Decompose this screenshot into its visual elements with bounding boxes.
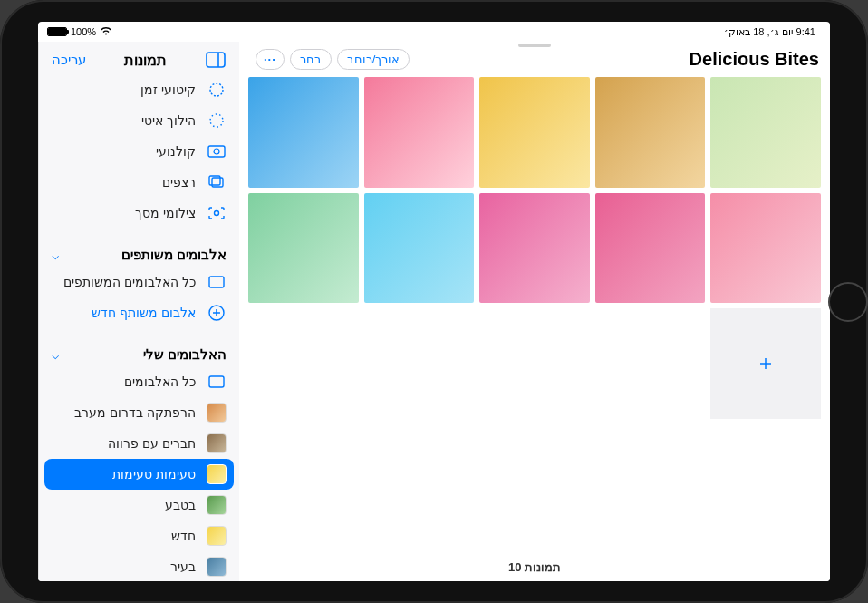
select-button[interactable]: בחר bbox=[290, 49, 332, 70]
sidebar-toggle-button[interactable] bbox=[205, 51, 227, 69]
album-title: Delicious Bites bbox=[690, 49, 819, 70]
chevron-down-icon: ⌵ bbox=[52, 248, 59, 262]
sidebar-item-label: צילומי מסך bbox=[135, 206, 196, 220]
svg-point-8 bbox=[215, 211, 219, 216]
ipad-frame: 100% יום ג׳, 18 באוק׳ 9:41 ··· בחר bbox=[0, 0, 868, 603]
chevron-down-icon: ⌵ bbox=[52, 347, 59, 362]
svg-point-3 bbox=[210, 114, 223, 127]
burst-icon bbox=[207, 172, 227, 192]
sidebar-item-label: אלבום משותף חדש bbox=[92, 306, 196, 320]
sidebar-item-all-albums[interactable]: כל האלבומים bbox=[39, 366, 239, 397]
photo-thumbnail[interactable] bbox=[595, 193, 706, 304]
photo-thumbnail[interactable] bbox=[364, 193, 475, 304]
sidebar-item-label: הרפתקה בדרום מערב bbox=[74, 405, 196, 420]
sidebar-item-label: בטבע bbox=[165, 498, 196, 512]
photo-thumbnail[interactable] bbox=[479, 77, 590, 188]
wifi-icon bbox=[100, 25, 112, 38]
sidebar-edit-button[interactable]: עריכה bbox=[52, 52, 86, 68]
sidebar-item-new-shared[interactable]: אלבום משותף חדש bbox=[39, 297, 239, 328]
svg-rect-11 bbox=[209, 376, 224, 387]
drag-handle-icon[interactable] bbox=[518, 44, 551, 47]
sidebar-item-album[interactable]: בעיר bbox=[39, 551, 239, 581]
sidebar-item-album[interactable]: חדש bbox=[39, 520, 239, 551]
sidebar-media-types: קיטועי זמן הילוך איטי קולנועי רצפים bbox=[39, 74, 239, 238]
timelapse-icon bbox=[207, 80, 227, 100]
svg-point-2 bbox=[210, 83, 223, 96]
screen: 100% יום ג׳, 18 באוק׳ 9:41 ··· בחר bbox=[38, 22, 830, 581]
sidebar-item-label: קולנועי bbox=[156, 144, 196, 159]
photo-grid bbox=[248, 77, 821, 419]
photo-thumbnail[interactable] bbox=[595, 77, 706, 188]
album-thumbnail bbox=[207, 464, 227, 484]
slomo-icon bbox=[207, 111, 227, 131]
sidebar-item-album[interactable]: הרפתקה בדרום מערב bbox=[39, 397, 239, 428]
sidebar: תמונות עריכה קיטועי זמן הילוך איטי קולנו… bbox=[38, 42, 239, 581]
status-bar: 100% יום ג׳, 18 באוק׳ 9:41 bbox=[38, 22, 830, 42]
sidebar-item-burst[interactable]: רצפים bbox=[39, 167, 239, 198]
sidebar-item-label: הילוך איטי bbox=[141, 113, 196, 128]
album-icon bbox=[207, 372, 227, 392]
sidebar-item-album[interactable]: בטבע bbox=[39, 490, 239, 520]
photo-thumbnail[interactable] bbox=[248, 77, 359, 188]
svg-rect-4 bbox=[208, 146, 225, 157]
battery-percent: 100% bbox=[71, 26, 96, 37]
sidebar-item-screenshots[interactable]: צילומי מסך bbox=[39, 198, 239, 229]
svg-rect-0 bbox=[207, 53, 225, 67]
sidebar-item-label: חברים עם פרווה bbox=[108, 436, 196, 451]
album-thumbnail bbox=[207, 526, 227, 546]
photo-thumbnail[interactable] bbox=[248, 193, 359, 304]
sidebar-item-label: קיטועי זמן bbox=[140, 83, 196, 97]
photo-count-label: 10 תמונות bbox=[239, 553, 830, 581]
photo-thumbnail[interactable] bbox=[479, 193, 590, 304]
cinematic-icon bbox=[207, 141, 227, 161]
my-albums-header[interactable]: האלבומים שלי ⌵ bbox=[39, 337, 239, 366]
album-thumbnail bbox=[207, 495, 227, 515]
sidebar-item-label: חדש bbox=[171, 529, 196, 543]
sidebar-item-label: כל האלבומים המשותפים bbox=[63, 275, 196, 289]
svg-rect-9 bbox=[209, 277, 224, 287]
sidebar-icon bbox=[206, 52, 226, 68]
home-button[interactable] bbox=[828, 282, 868, 322]
sidebar-item-label: טעימות טעימות bbox=[112, 467, 196, 481]
photo-thumbnail[interactable] bbox=[710, 77, 821, 188]
sidebar-item-timelapse[interactable]: קיטועי זמן bbox=[39, 74, 239, 105]
sidebar-item-slomo[interactable]: הילוך איטי bbox=[39, 105, 239, 136]
more-button[interactable]: ··· bbox=[256, 49, 285, 70]
section-label: אלבומים משותפים bbox=[121, 247, 227, 263]
status-date: יום ג׳, 18 באוק׳ bbox=[724, 26, 792, 38]
photo-thumbnail[interactable] bbox=[364, 77, 475, 188]
shared-albums-list: כל האלבומים המשותפים אלבום משותף חדש bbox=[39, 267, 239, 337]
section-label: האלבומים שלי bbox=[143, 346, 227, 363]
svg-point-5 bbox=[214, 149, 219, 154]
sidebar-item-label: רצפים bbox=[162, 175, 196, 190]
battery-icon bbox=[47, 27, 67, 36]
my-albums-list: כל האלבומים הרפתקה בדרום מערב חברים עם פ… bbox=[39, 366, 239, 581]
sidebar-item-album-selected[interactable]: טעימות טעימות bbox=[44, 459, 234, 490]
sidebar-title: תמונות bbox=[86, 52, 205, 69]
sidebar-item-label: בעיר bbox=[170, 559, 196, 574]
sidebar-item-cinematic[interactable]: קולנועי bbox=[39, 136, 239, 167]
photo-thumbnail[interactable] bbox=[710, 193, 821, 304]
album-icon bbox=[207, 272, 227, 292]
add-photo-tile[interactable] bbox=[710, 308, 821, 419]
album-thumbnail bbox=[207, 433, 227, 453]
plus-circle-icon bbox=[207, 303, 227, 323]
screenshot-icon bbox=[207, 203, 227, 223]
main-header: ··· בחר אורך/רוחב Delicious Bites bbox=[239, 42, 830, 73]
aspect-button[interactable]: אורך/רוחב bbox=[337, 49, 410, 70]
main-content: ··· בחר אורך/רוחב Delicious Bites bbox=[239, 42, 830, 581]
ellipsis-icon: ··· bbox=[264, 53, 276, 66]
plus-icon bbox=[757, 355, 774, 372]
album-thumbnail bbox=[207, 557, 227, 577]
photo-grid-scroll[interactable] bbox=[239, 73, 830, 553]
sidebar-item-album[interactable]: חברים עם פרווה bbox=[39, 428, 239, 459]
sidebar-item-label: כל האלבומים bbox=[124, 374, 196, 389]
shared-albums-header[interactable]: אלבומים משותפים ⌵ bbox=[39, 238, 239, 267]
status-time: 9:41 bbox=[796, 26, 815, 37]
sidebar-item-all-shared[interactable]: כל האלבומים המשותפים bbox=[39, 267, 239, 297]
album-thumbnail bbox=[207, 403, 227, 423]
